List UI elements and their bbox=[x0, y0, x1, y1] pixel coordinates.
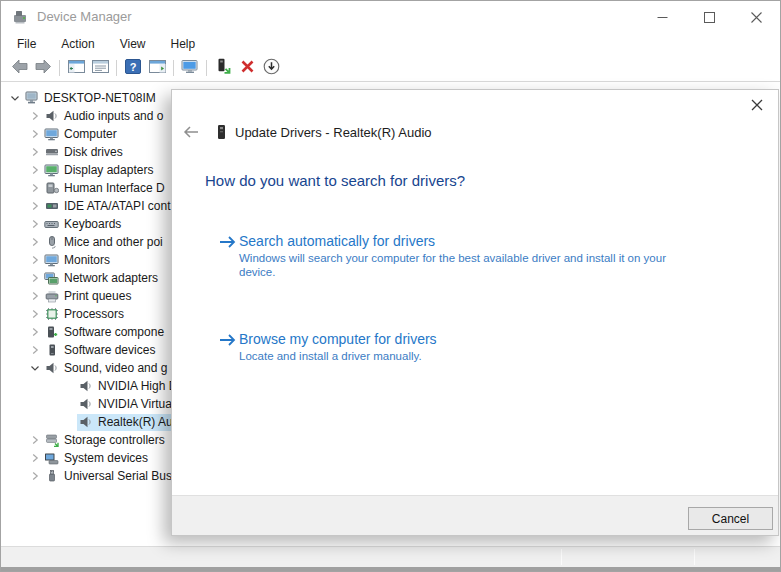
chevron-collapsed-icon[interactable] bbox=[27, 145, 43, 159]
close-window-icon[interactable] bbox=[733, 1, 780, 33]
tree-item-label: Human Interface D bbox=[64, 181, 165, 195]
tree-item-label: IDE ATA/ATAPI cont bbox=[64, 199, 170, 213]
menu-file[interactable]: File bbox=[13, 35, 40, 53]
dialog-title: Update Drivers - Realtek(R) Audio bbox=[235, 125, 432, 140]
chevron-collapsed-icon[interactable] bbox=[27, 469, 43, 483]
show-console-tree-icon bbox=[68, 59, 85, 78]
dialog-close-icon[interactable] bbox=[749, 97, 765, 113]
scan-hardware-button[interactable] bbox=[259, 57, 283, 79]
audio-icon bbox=[44, 109, 59, 124]
menu-action[interactable]: Action bbox=[57, 35, 98, 53]
help-button[interactable]: ? bbox=[121, 57, 145, 79]
update-drivers-dialog: Update Drivers - Realtek(R) Audio How do… bbox=[171, 89, 779, 536]
chevron-collapsed-icon[interactable] bbox=[27, 199, 43, 213]
uninstall-device-button[interactable] bbox=[235, 57, 259, 79]
computer-list-button[interactable] bbox=[178, 57, 202, 79]
chevron-collapsed-icon[interactable] bbox=[27, 163, 43, 177]
properties-icon bbox=[92, 59, 109, 78]
status-bar-divider bbox=[694, 549, 695, 565]
forward-button[interactable] bbox=[31, 57, 55, 79]
action-pane-button[interactable] bbox=[145, 57, 169, 79]
tree-item-label: Realtek(R) Audi bbox=[98, 415, 182, 429]
option-browse-computer[interactable]: Browse my computer for drivers Locate an… bbox=[218, 331, 437, 364]
hid-icon bbox=[44, 181, 59, 196]
chevron-expanded-icon[interactable] bbox=[27, 361, 43, 375]
status-bar-divider bbox=[561, 549, 562, 565]
option-label[interactable]: Search automatically for drivers bbox=[239, 233, 671, 249]
chevron-collapsed-icon[interactable] bbox=[27, 289, 43, 303]
audio-icon bbox=[78, 415, 93, 430]
minimize-icon[interactable] bbox=[639, 1, 686, 33]
tree-item-label: Software devices bbox=[64, 343, 155, 357]
help-icon: ? bbox=[125, 59, 141, 78]
monitor-icon bbox=[44, 253, 59, 268]
chevron-collapsed-icon[interactable] bbox=[27, 307, 43, 321]
audio-icon bbox=[78, 397, 93, 412]
chevron-collapsed-icon[interactable] bbox=[27, 325, 43, 339]
menu-bar: File Action View Help bbox=[1, 33, 780, 55]
chevron-collapsed-icon[interactable] bbox=[27, 433, 43, 447]
tree-item-label: Keyboards bbox=[64, 217, 121, 231]
toolbar-separator bbox=[59, 60, 60, 76]
dialog-heading: How do you want to search for drivers? bbox=[205, 172, 465, 189]
show-console-tree-button[interactable] bbox=[64, 57, 88, 79]
tree-item-label: Universal Serial Bus bbox=[64, 469, 172, 483]
forward-icon bbox=[35, 59, 52, 78]
tree-item-label: Processors bbox=[64, 307, 124, 321]
chevron-collapsed-icon[interactable] bbox=[27, 253, 43, 267]
system-icon bbox=[44, 451, 59, 466]
toolbar: ? bbox=[1, 55, 780, 82]
window-bottom-edge bbox=[1, 567, 780, 572]
menu-help[interactable]: Help bbox=[167, 35, 200, 53]
tree-item-label: DESKTOP-NET08IM bbox=[44, 91, 156, 105]
tree-item-label: Display adapters bbox=[64, 163, 153, 177]
driver-device-icon bbox=[216, 124, 227, 140]
monitor-icon bbox=[44, 127, 59, 142]
tree-item-label: System devices bbox=[64, 451, 148, 465]
chevron-collapsed-icon[interactable] bbox=[27, 235, 43, 249]
chevron-collapsed-icon[interactable] bbox=[27, 127, 43, 141]
dialog-back-icon[interactable] bbox=[182, 126, 204, 138]
ide-icon bbox=[44, 199, 59, 214]
chevron-expanded-icon[interactable] bbox=[7, 91, 23, 105]
disk-icon bbox=[44, 145, 59, 160]
window-title: Device Manager bbox=[37, 1, 132, 33]
tree-item-label: Mice and other poi bbox=[64, 235, 163, 249]
properties-button[interactable] bbox=[88, 57, 112, 79]
scan-hardware-icon bbox=[263, 58, 280, 79]
tree-item-label: Monitors bbox=[64, 253, 110, 267]
window-controls bbox=[639, 1, 780, 33]
action-pane-icon bbox=[149, 59, 166, 78]
device-manager-window: Device Manager File Action View Help ? D… bbox=[0, 0, 781, 572]
tree-item-label: Software compone bbox=[64, 325, 164, 339]
audio-icon bbox=[78, 379, 93, 394]
computer-icon bbox=[24, 91, 39, 106]
tree-item-label: Audio inputs and o bbox=[64, 109, 163, 123]
chevron-collapsed-icon[interactable] bbox=[27, 181, 43, 195]
update-driver-button[interactable] bbox=[211, 57, 235, 79]
dialog-header: Update Drivers - Realtek(R) Audio bbox=[182, 124, 432, 140]
toolbar-separator bbox=[173, 60, 174, 76]
option-search-automatically[interactable]: Search automatically for drivers Windows… bbox=[218, 233, 671, 279]
maximize-icon[interactable] bbox=[686, 1, 733, 33]
option-label[interactable]: Browse my computer for drivers bbox=[239, 331, 437, 347]
dialog-footer: Cancel bbox=[172, 495, 778, 535]
back-icon bbox=[11, 59, 28, 78]
svg-text:?: ? bbox=[130, 60, 137, 72]
chevron-collapsed-icon[interactable] bbox=[27, 109, 43, 123]
title-bar: Device Manager bbox=[1, 1, 780, 33]
toolbar-separator bbox=[206, 60, 207, 76]
status-bar bbox=[1, 546, 780, 567]
cancel-button[interactable]: Cancel bbox=[688, 507, 773, 530]
back-button[interactable] bbox=[7, 57, 31, 79]
chevron-collapsed-icon[interactable] bbox=[27, 343, 43, 357]
arrow-right-icon bbox=[218, 333, 239, 351]
chevron-collapsed-icon[interactable] bbox=[27, 217, 43, 231]
arrow-right-icon bbox=[218, 235, 239, 253]
tree-item-label: Computer bbox=[64, 127, 117, 141]
uninstall-device-icon bbox=[240, 59, 255, 78]
chevron-collapsed-icon[interactable] bbox=[27, 451, 43, 465]
software-component-icon bbox=[44, 325, 59, 340]
menu-view[interactable]: View bbox=[116, 35, 150, 53]
chevron-collapsed-icon[interactable] bbox=[27, 271, 43, 285]
